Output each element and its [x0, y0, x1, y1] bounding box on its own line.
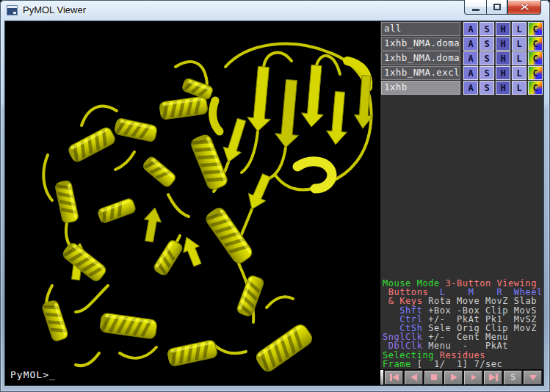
step-forward-icon — [468, 373, 480, 382]
object-name-1xhb_NMA.domain.[interactable]: 1xhb_NMA.domain. — [381, 51, 460, 65]
object-row: 1xhb_NMA.domain.ASHLC — [381, 51, 543, 65]
step-back-button[interactable] — [405, 371, 423, 385]
window-title: PyMOL Viewer — [23, 4, 86, 15]
play-icon — [448, 373, 460, 382]
l-menu-button[interactable]: L — [512, 22, 527, 36]
object-list: allASHLC1xhb_NMA.domain.ASHLC1xhb_NMA.do… — [381, 22, 543, 95]
stop-button[interactable] — [424, 371, 443, 385]
a-menu-button[interactable]: A — [463, 51, 478, 65]
object-row: allASHLC — [381, 22, 543, 36]
titlebar[interactable]: PyMOL Viewer — [0, 0, 550, 21]
object-name-1xhb_NMA.exclude[interactable]: 1xhb_NMA.exclude — [381, 66, 460, 80]
a-menu-button[interactable]: A — [463, 22, 478, 36]
h-menu-button[interactable]: H — [496, 66, 510, 80]
s-menu-button[interactable]: S — [480, 51, 494, 65]
l-menu-button[interactable]: L — [512, 51, 527, 65]
h-menu-button[interactable]: H — [496, 37, 510, 51]
object-row: 1xhb_NMA.domain.ASHLC — [381, 37, 543, 51]
protein-cartoon — [5, 21, 380, 385]
more-options-button[interactable] — [524, 371, 542, 385]
c-menu-button[interactable]: C — [528, 66, 543, 80]
minimize-button[interactable] — [464, 0, 486, 15]
skip-to-end-icon — [488, 373, 499, 382]
close-button[interactable] — [507, 0, 541, 15]
h-menu-button[interactable]: H — [496, 51, 510, 65]
play-button[interactable] — [444, 371, 463, 385]
l-menu-button[interactable]: L — [512, 66, 527, 80]
3d-viewport[interactable]: PyMOL>_ — [5, 21, 380, 385]
pymol-window: PyMOL Viewer — [0, 0, 550, 392]
object-name-1xhb_NMA.domain.[interactable]: 1xhb_NMA.domain. — [381, 37, 460, 51]
c-menu-button[interactable]: C — [528, 37, 543, 51]
playback-controls: S — [380, 369, 543, 385]
l-menu-button[interactable]: L — [512, 37, 527, 51]
app-icon — [7, 5, 18, 15]
s-menu-button[interactable]: S — [480, 81, 494, 95]
h-menu-button[interactable]: H — [496, 81, 510, 95]
object-row: 1xhbASHLC — [381, 81, 543, 95]
l-menu-button[interactable]: L — [512, 81, 527, 95]
c-menu-button[interactable]: C — [528, 51, 543, 65]
s-menu-button[interactable]: S — [480, 37, 494, 51]
h-menu-button[interactable]: H — [496, 22, 510, 36]
object-name-all[interactable]: all — [381, 22, 460, 36]
scene-button-label: S — [510, 372, 515, 382]
control-panel: allASHLC1xhb_NMA.domain.ASHLC1xhb_NMA.do… — [380, 21, 543, 385]
chevron-down-icon — [527, 373, 539, 382]
step-forward-button[interactable] — [464, 371, 482, 385]
skip-to-start-icon — [388, 373, 400, 382]
mouse-help-line: Frame [ 1/ 1] 7/sec — [383, 360, 543, 369]
s-menu-button[interactable]: S — [480, 22, 494, 36]
c-menu-button[interactable]: C — [528, 22, 543, 36]
command-prompt[interactable]: PyMOL>_ — [10, 369, 56, 380]
s-menu-button[interactable]: S — [480, 66, 494, 80]
step-back-icon — [408, 373, 420, 382]
client-area: PyMOL>_ allASHLC1xhb_NMA.domain.ASHLC1xh… — [4, 21, 544, 386]
c-menu-button[interactable]: C — [528, 81, 543, 95]
maximize-button[interactable] — [486, 0, 507, 15]
stop-icon — [428, 373, 440, 382]
object-name-1xhb[interactable]: 1xhb — [381, 81, 460, 95]
minimize-icon — [472, 9, 480, 11]
object-row: 1xhb_NMA.excludeASHLC — [381, 66, 543, 80]
close-icon — [520, 3, 529, 11]
go-to-end-button[interactable] — [484, 371, 502, 385]
mouse-help-panel: Mouse Mode 3-Button Viewing Buttons L M … — [383, 279, 543, 369]
a-menu-button[interactable]: A — [463, 37, 478, 51]
scene-button[interactable]: S — [504, 371, 522, 385]
maximize-icon — [493, 4, 501, 10]
go-to-start-button[interactable] — [385, 371, 403, 385]
a-menu-button[interactable]: A — [463, 81, 478, 95]
a-menu-button[interactable]: A — [463, 66, 478, 80]
